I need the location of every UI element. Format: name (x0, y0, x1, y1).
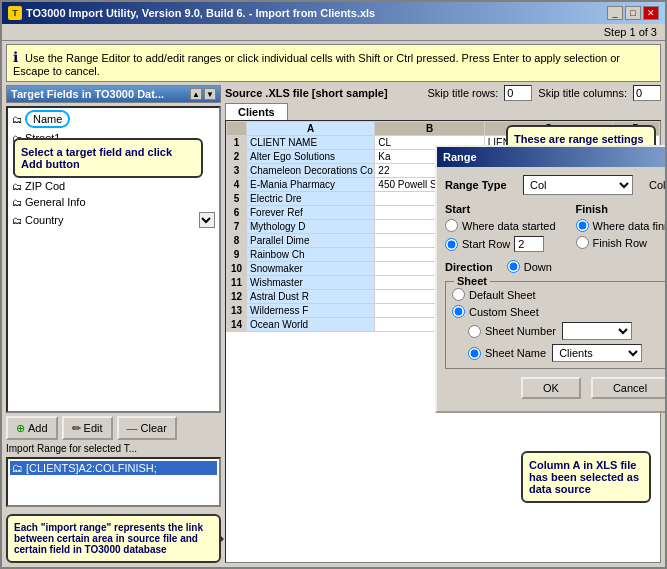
scroll-up-btn[interactable]: ▲ (190, 88, 202, 100)
add-icon: ⊕ (16, 422, 25, 435)
scroll-down-btn[interactable]: ▼ (204, 88, 216, 100)
cell[interactable]: Rainbow Ch (247, 248, 375, 262)
bottom-callout: Each "import range" represents the link … (6, 514, 221, 563)
clear-icon: — (127, 422, 138, 434)
cell[interactable]: Chameleon Decorations Co (247, 164, 375, 178)
row-num: 6 (227, 206, 247, 220)
dialog-title-bar: Range ✕ (437, 147, 665, 167)
edit-icon: ✏ (72, 422, 81, 435)
edit-button[interactable]: ✏ Edit (62, 416, 113, 440)
finish-row-input[interactable] (576, 236, 589, 249)
cell[interactable]: Ocean World (247, 318, 375, 332)
row-num: 13 (227, 304, 247, 318)
cell[interactable]: Astral Dust R (247, 290, 375, 304)
edit-label: Edit (84, 422, 103, 434)
main-content: Target Fields in TO3000 Dat... ▲ ▼ 🗂 Nam… (2, 85, 665, 567)
where-finished-radio[interactable]: Where data finished (576, 219, 665, 232)
sheet-tab-clients[interactable]: Clients (225, 103, 288, 120)
skip-rows-input[interactable] (504, 85, 532, 101)
left-panel: Target Fields in TO3000 Dat... ▲ ▼ 🗂 Nam… (6, 85, 221, 563)
finish-row-label: Finish Row (593, 237, 647, 249)
cell[interactable]: Wishmaster (247, 276, 375, 290)
left-panel-title: Target Fields in TO3000 Dat... (11, 88, 164, 100)
close-button[interactable]: ✕ (643, 6, 659, 20)
range-dialog: Range ✕ Range Type Col Row Col (435, 145, 665, 413)
sheet-number-select[interactable] (562, 322, 632, 340)
bottom-callout-text: Each "import range" represents the link … (14, 522, 203, 555)
window-title: TO3000 Import Utility, Version 9.0, Buil… (26, 7, 375, 19)
dialog-buttons: OK Cancel (445, 377, 665, 403)
xls-title: Source .XLS file [short sample] (225, 87, 388, 99)
start-label: Start (445, 203, 556, 215)
row-num: 8 (227, 234, 247, 248)
cancel-button[interactable]: Cancel (591, 377, 665, 399)
sheet-number-radio[interactable]: Sheet Number (468, 325, 556, 338)
list-item[interactable]: 🗂 General Info (8, 194, 219, 210)
col-header-b[interactable]: B (375, 122, 484, 136)
col-header-num (227, 122, 247, 136)
app-icon: T (8, 6, 22, 20)
cell[interactable]: Wilderness F (247, 304, 375, 318)
range-type-row: Range Type Col Row Col (445, 175, 665, 195)
minimize-button[interactable]: _ (607, 6, 623, 20)
cell[interactable]: Mythology D (247, 220, 375, 234)
cell[interactable]: Forever Ref (247, 206, 375, 220)
start-row-input[interactable] (445, 238, 458, 251)
row-num: 12 (227, 290, 247, 304)
sheet-name-input[interactable] (468, 347, 481, 360)
default-sheet-radio[interactable]: Default Sheet (452, 288, 665, 301)
tab-strip: Clients (225, 103, 661, 120)
start-finish-row: Start Where data started Start Row (445, 203, 665, 252)
cell[interactable]: E-Mania Pharmacy (247, 178, 375, 192)
clear-label: Clear (141, 422, 167, 434)
sheet-options: Default Sheet Custom Sheet Sheet Number (452, 288, 665, 362)
cell[interactable]: CLIENT NAME (247, 136, 375, 150)
cell[interactable]: Electric Dre (247, 192, 375, 206)
cell[interactable]: Alter Ego Solutions (247, 150, 375, 164)
skip-cols-label: Skip title columns: (538, 87, 627, 99)
sheet-name-radio[interactable]: Sheet Name (468, 347, 546, 360)
list-item[interactable]: 🗂 Name (8, 108, 219, 130)
import-icon: 🗂 (12, 462, 23, 474)
down-input[interactable] (507, 260, 520, 273)
list-item[interactable]: 🗂 ZIP Cod (8, 178, 219, 194)
sheet-name-select[interactable]: Clients (552, 344, 642, 362)
custom-sheet-radio[interactable]: Custom Sheet (452, 305, 665, 318)
col-header-a[interactable]: A (247, 122, 375, 136)
cell[interactable]: Parallel Dime (247, 234, 375, 248)
target-fields-list[interactable]: 🗂 Name 🗂 Street1 🗂 Street2 🗂 City 🗂 (6, 106, 221, 413)
where-finished-label: Where data finished (593, 220, 665, 232)
country-dropdown[interactable] (199, 212, 215, 228)
custom-sheet-label: Custom Sheet (469, 306, 539, 318)
maximize-button[interactable]: □ (625, 6, 641, 20)
where-started-input[interactable] (445, 219, 458, 232)
finish-row-radio[interactable]: Finish Row (576, 236, 665, 249)
skip-cols-input[interactable] (633, 85, 661, 101)
start-row-radio[interactable]: Start Row (445, 236, 556, 252)
custom-sheet-input[interactable] (452, 305, 465, 318)
info-text: Use the Range Editor to add/edit ranges … (13, 52, 620, 77)
clear-button[interactable]: — Clear (117, 416, 177, 440)
sheet-number-input[interactable] (468, 325, 481, 338)
range-type-label: Range Type (445, 179, 515, 191)
where-started-radio[interactable]: Where data started (445, 219, 556, 232)
default-sheet-input[interactable] (452, 288, 465, 301)
default-sheet-label: Default Sheet (469, 289, 536, 301)
start-row-value[interactable] (514, 236, 544, 252)
cell[interactable]: Snowmaker (247, 262, 375, 276)
list-item[interactable]: 🗂 Country (8, 210, 219, 230)
down-radio[interactable]: Down (507, 260, 552, 273)
add-button[interactable]: ⊕ Add (6, 416, 58, 440)
range-type-select[interactable]: Col Row (523, 175, 633, 195)
start-section: Start Where data started Start Row (445, 203, 556, 252)
import-range-item[interactable]: 🗂 [CLIENTS]A2:COLFINISH; (10, 461, 217, 475)
skip-controls: Skip title rows: Skip title columns: (427, 85, 661, 101)
row-num: 14 (227, 318, 247, 332)
ok-button[interactable]: OK (521, 377, 581, 399)
row-num: 11 (227, 276, 247, 290)
where-finished-input[interactable] (576, 219, 589, 232)
field-label: Country (25, 214, 64, 226)
select-callout-text: Select a target field and click Add butt… (21, 146, 172, 170)
direction-label: Direction (445, 261, 493, 273)
field-name-label: Name (25, 110, 70, 128)
